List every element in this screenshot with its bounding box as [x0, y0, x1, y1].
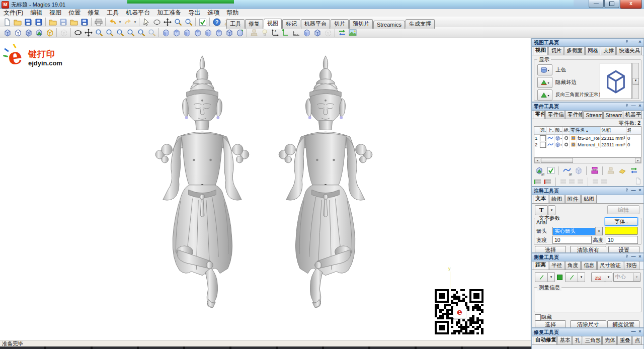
edit-button[interactable]: 编辑	[607, 205, 639, 214]
section-view-icon[interactable]	[58, 28, 69, 37]
text-color-swatch[interactable]	[605, 227, 638, 235]
collapse-icon[interactable]: ―	[631, 188, 636, 194]
visibility-all-icon[interactable]: all	[561, 166, 572, 176]
pan-view-icon[interactable]	[83, 28, 94, 37]
row-shade-icon[interactable]: ▾	[554, 141, 563, 148]
col-part-name[interactable]: 零件名 ▴	[570, 127, 601, 134]
tab-part-fix[interactable]: 零件修..	[565, 110, 583, 119]
zoom-view-icon[interactable]	[94, 28, 104, 37]
zoom-window-icon[interactable]	[136, 28, 146, 37]
confirm-icon[interactable]	[197, 17, 208, 27]
tab-report[interactable]: 报告	[624, 261, 639, 270]
combo-dropdown-icon[interactable]: ▾	[595, 227, 602, 235]
tab-triangles[interactable]: 三角形	[583, 336, 602, 344]
view-front-icon[interactable]	[160, 28, 171, 37]
help-icon[interactable]	[211, 17, 222, 27]
tab-tools[interactable]: 工具	[226, 19, 245, 29]
annotation-select-button[interactable]: 选择	[535, 246, 566, 253]
measure-target-button[interactable]	[565, 272, 578, 282]
zoom-out-icon[interactable]	[115, 28, 125, 37]
tab-view[interactable]: 视图	[533, 46, 548, 55]
tab-quick-fixture[interactable]: 快速夹具	[616, 46, 642, 55]
menu-tools[interactable]: 工具	[103, 9, 122, 17]
minimize-button[interactable]: —	[589, 0, 604, 8]
statue-model-left[interactable]	[142, 53, 262, 309]
view-top-icon[interactable]	[203, 28, 213, 37]
center-combo[interactable]: 中心▾	[613, 273, 640, 282]
undo-icon[interactable]	[107, 17, 118, 27]
close-button[interactable]: x	[620, 0, 642, 9]
shade-mode-icon[interactable]	[2, 28, 13, 37]
render-cube-icon[interactable]	[312, 28, 323, 37]
tab-streamics[interactable]: Streamics	[373, 21, 405, 29]
zoom-icon[interactable]	[173, 17, 183, 27]
dimensions-icon[interactable]	[301, 28, 312, 37]
text-tool-button[interactable]: T	[535, 205, 548, 215]
measure-point-button[interactable]	[535, 272, 548, 282]
pin-icon[interactable]	[624, 188, 629, 194]
tab-basic[interactable]: 基本	[557, 336, 572, 344]
origin-icon[interactable]	[280, 28, 291, 37]
measure-toolpage-titlebar[interactable]: 测量工具页 ―×	[532, 253, 643, 261]
platform-icon[interactable]	[249, 28, 259, 37]
view-back-icon[interactable]	[171, 28, 182, 37]
pan-icon[interactable]	[162, 17, 173, 27]
tab-streamics-2[interactable]: Streami..	[603, 111, 622, 119]
view-right-icon[interactable]	[192, 28, 203, 37]
tab-holes[interactable]: 孔	[572, 336, 582, 344]
import-part-icon[interactable]	[68, 17, 79, 27]
ruler-icon[interactable]	[291, 28, 301, 37]
tab-slices[interactable]: 切片	[331, 19, 349, 29]
pin-icon[interactable]	[624, 254, 629, 260]
open-file-icon[interactable]	[12, 17, 23, 27]
tab-slices[interactable]: 切片	[548, 46, 564, 55]
row-tag-icon[interactable]	[570, 141, 577, 148]
text-tool-dropdown-icon[interactable]: ▾	[548, 205, 555, 215]
view-iso-icon[interactable]	[224, 28, 234, 37]
menu-export[interactable]: 导出	[185, 9, 204, 17]
platform-scene-icon[interactable]	[605, 166, 616, 176]
view-left-icon[interactable]	[182, 28, 192, 37]
col-shade[interactable]: 上...	[547, 127, 554, 134]
scroll-right-icon[interactable]: ▸	[635, 158, 641, 163]
font-button[interactable]: 字体..	[605, 217, 638, 226]
scroll-thumb[interactable]	[541, 158, 573, 163]
redo-dropdown-icon[interactable]: ▾	[133, 17, 137, 27]
fix-toolpage-titlebar[interactable]: 修复工具页 ―×	[532, 328, 643, 336]
part-toolpage-titlebar[interactable]: 零件工具页 ―×	[532, 103, 643, 111]
col-volume[interactable]: 体积	[601, 127, 627, 134]
part-row-1[interactable]: 1 ▾ fz5-24_Rescal 22311 mm³ 0	[534, 135, 641, 141]
part-report-icon[interactable]	[634, 178, 641, 186]
build-plane-icon[interactable]	[617, 166, 627, 176]
col-select[interactable]: 选..	[539, 127, 547, 134]
panel-close-icon[interactable]: ×	[637, 254, 642, 260]
collapse-icon[interactable]: ―	[631, 103, 636, 109]
preview-dropdown-icon[interactable]: ▾	[632, 78, 639, 85]
clear-dimensions-button[interactable]: 清除尺寸	[570, 320, 606, 328]
measure-target-dropdown-icon[interactable]: ▾	[578, 272, 585, 282]
panel-close-icon[interactable]: ×	[637, 103, 642, 109]
shade-wire-mode-icon[interactable]	[23, 28, 34, 37]
remove-part-icon[interactable]	[79, 17, 90, 27]
menu-edit[interactable]: 编辑	[27, 9, 46, 17]
add-to-list-icon[interactable]	[534, 180, 541, 184]
scroll-left-icon[interactable]: ◂	[534, 158, 540, 163]
snap-settings-button[interactable]: 捕捉设置	[607, 320, 639, 328]
collapse-icon[interactable]: ―	[631, 329, 636, 334]
tab-grid[interactable]: 网格	[585, 46, 600, 55]
light-icon[interactable]	[259, 28, 270, 37]
menu-machine[interactable]: 机器平台	[122, 9, 153, 17]
pin-icon[interactable]	[624, 39, 629, 45]
bounding-box-icon[interactable]	[44, 28, 55, 37]
default-cursor-icon[interactable]	[141, 17, 151, 27]
xyz-dropdown-icon[interactable]: ▾	[605, 272, 612, 282]
tab-text[interactable]: 文本	[533, 194, 548, 203]
menu-build-prep[interactable]: 加工准备	[153, 9, 185, 17]
machine-properties-icon[interactable]	[589, 166, 600, 176]
row-color-icon[interactable]	[563, 135, 570, 141]
row-visible-icon[interactable]	[547, 135, 554, 141]
panel-close-icon[interactable]: ×	[637, 329, 642, 334]
menu-file[interactable]: 文件(F)	[0, 9, 27, 17]
zoom-in-icon[interactable]	[104, 28, 115, 37]
xyz-button[interactable]: xyz	[591, 272, 605, 282]
